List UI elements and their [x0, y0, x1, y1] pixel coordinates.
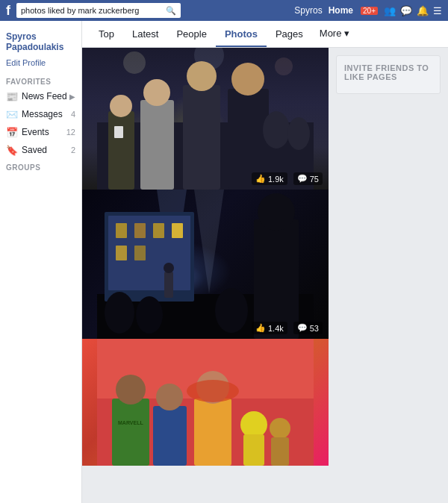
user-label: Spyros	[294, 5, 322, 16]
invite-box: INVITE FRIENDS TO LIKE PAGES	[336, 55, 441, 94]
events-badge: 12	[66, 128, 75, 137]
tab-latest[interactable]: Latest	[123, 22, 167, 47]
svg-point-45	[270, 418, 290, 439]
notification-badge: 20+	[361, 7, 378, 15]
comments-stat-1: 💬 75	[293, 172, 323, 185]
like-icon-1: 👍	[255, 174, 266, 184]
likes-count-1: 1.9k	[268, 175, 284, 184]
main-layout: Spyros Papadoulakis Edit Profile FAVORIT…	[0, 21, 448, 503]
svg-rect-25	[134, 246, 146, 260]
tab-people[interactable]: People	[167, 22, 215, 47]
svg-rect-4	[108, 111, 134, 190]
svg-point-12	[231, 63, 264, 96]
nav-right: Spyros Home 20+ 👥 💬 🔔 ☰	[294, 5, 442, 16]
svg-point-36	[116, 375, 146, 404]
tab-top[interactable]: Top	[90, 22, 123, 47]
sidebar-item-messages[interactable]: ✉️ Messages 4	[0, 105, 81, 123]
svg-point-3	[275, 57, 293, 75]
svg-rect-40	[194, 399, 231, 466]
friends-icon[interactable]: 👥	[384, 5, 396, 16]
svg-rect-26	[164, 272, 173, 298]
events-label: Events	[22, 127, 66, 137]
comment-icon-2: 💬	[297, 323, 308, 333]
svg-rect-38	[153, 406, 187, 466]
likes-stat-1: 👍 1.9k	[252, 172, 287, 185]
svg-rect-46	[271, 437, 289, 466]
messages-badge: 4	[71, 110, 75, 119]
edit-profile-link[interactable]: Edit Profile	[0, 57, 81, 73]
svg-rect-6	[114, 126, 123, 138]
svg-point-43	[240, 411, 267, 438]
svg-point-32	[215, 288, 248, 333]
svg-rect-35	[112, 399, 149, 466]
svg-point-10	[187, 61, 217, 91]
svg-rect-24	[116, 246, 127, 260]
profile-name[interactable]: Spyros Papadoulakis	[0, 27, 81, 57]
comments-stat-2: 💬 53	[293, 322, 323, 334]
search-icon[interactable]: 🔍	[166, 6, 176, 16]
svg-point-13	[263, 111, 290, 149]
svg-point-39	[156, 384, 183, 410]
home-button[interactable]: Home	[329, 5, 353, 16]
likes-stat-2: 👍 1.4k	[252, 322, 287, 334]
svg-rect-23	[172, 223, 183, 238]
svg-rect-22	[153, 223, 164, 238]
search-bar[interactable]: 🔍	[16, 3, 181, 18]
saved-icon: 🔖	[6, 144, 18, 156]
svg-point-8	[143, 79, 170, 106]
comment-icon-1: 💬	[297, 174, 308, 184]
photo-stats-2: 👍 1.4k 💬 53	[252, 322, 323, 334]
svg-text:MARVELL: MARVELL	[118, 420, 143, 425]
news-feed-label: News Feed	[22, 91, 68, 101]
svg-point-14	[287, 117, 310, 150]
like-icon-2: 👍	[255, 323, 266, 333]
saved-badge: 2	[71, 146, 75, 154]
news-feed-icon: 📰	[6, 90, 18, 102]
photo-card-1[interactable]: 👍 1.9k 💬 75	[82, 48, 329, 190]
photo-stats-1: 👍 1.9k 💬 75	[252, 172, 323, 185]
chat-icon[interactable]: 💬	[400, 5, 412, 16]
news-feed-arrow: ▶	[69, 93, 75, 101]
svg-rect-7	[140, 100, 174, 190]
sidebar-item-news-feed[interactable]: 📰 News Feed ▶	[0, 87, 81, 105]
comments-count-1: 75	[310, 175, 319, 184]
search-input[interactable]	[21, 6, 163, 15]
facebook-logo: f	[6, 3, 10, 19]
likes-count-2: 1.4k	[268, 324, 284, 333]
top-navigation: f 🔍 Spyros Home 20+ 👥 💬 🔔 ☰	[0, 0, 448, 21]
sidebar: Spyros Papadoulakis Edit Profile FAVORIT…	[0, 21, 82, 503]
svg-point-29	[258, 193, 295, 231]
svg-rect-9	[183, 85, 220, 190]
photo-card-3[interactable]: MARVELL	[82, 339, 329, 466]
svg-point-27	[164, 263, 174, 273]
svg-point-31	[136, 296, 163, 334]
groups-label: GROUPS	[0, 159, 81, 173]
svg-marker-17	[194, 190, 224, 294]
notifications-icon[interactable]: 🔔	[417, 5, 429, 16]
svg-rect-21	[134, 223, 146, 238]
invite-title: INVITE FRIENDS TO LIKE PAGES	[344, 63, 432, 81]
content-area: Top Latest People Photos Pages More ▾	[82, 21, 448, 503]
svg-rect-28	[254, 219, 299, 339]
svg-rect-20	[116, 223, 127, 238]
svg-rect-44	[243, 434, 264, 466]
svg-point-42	[187, 380, 239, 402]
right-sidebar: INVITE FRIENDS TO LIKE PAGES	[329, 48, 448, 503]
photos-column: 👍 1.9k 💬 75	[82, 48, 329, 503]
sidebar-item-events[interactable]: 📅 Events 12	[0, 123, 81, 141]
photo-card-2[interactable]: 👍 1.4k 💬 53	[82, 190, 329, 339]
messages-label: Messages	[22, 109, 71, 119]
tab-photos[interactable]: Photos	[216, 22, 267, 47]
messages-icon: ✉️	[6, 108, 18, 120]
comments-count-2: 53	[310, 324, 319, 333]
svg-point-30	[105, 292, 134, 334]
saved-label: Saved	[22, 145, 71, 155]
settings-icon[interactable]: ☰	[433, 5, 442, 16]
sub-navigation: Top Latest People Photos Pages More ▾	[82, 21, 448, 48]
tab-more[interactable]: More ▾	[312, 22, 357, 46]
favorites-label: FAVORITES	[0, 73, 81, 87]
events-icon: 📅	[6, 126, 18, 138]
main-content: 👍 1.9k 💬 75	[82, 48, 448, 503]
tab-pages[interactable]: Pages	[267, 22, 312, 47]
sidebar-item-saved[interactable]: 🔖 Saved 2	[0, 141, 81, 159]
